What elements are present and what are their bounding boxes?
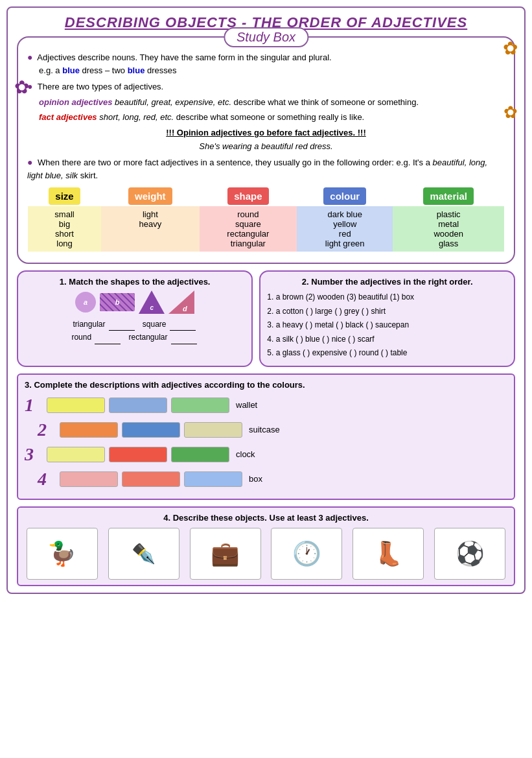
ex2-item-2: 2. a cotton ( ) large ( ) grey ( ) shirt bbox=[267, 305, 507, 319]
exercise-3-box: 3. Complete the descriptions with adject… bbox=[17, 373, 515, 500]
exercise-2-title: 2. Number the adjectives in the right or… bbox=[267, 277, 507, 287]
order-text: ● When there are two or more fact adject… bbox=[27, 156, 505, 182]
size-cell: smallbigshortlong bbox=[28, 206, 101, 252]
study-box: Study Box ✿ ✿ ✿ ● Adjectives describe no… bbox=[17, 36, 515, 264]
ball-icon: ⚽ bbox=[456, 540, 485, 567]
flower-right-bottom-icon: ✿ bbox=[503, 102, 518, 123]
svg-marker-0 bbox=[168, 290, 194, 314]
color-box-1b bbox=[109, 397, 167, 413]
rule-example: She's wearing a beautiful red dress. bbox=[27, 140, 505, 153]
study-bullet-2: ● There are two types of adjectives. bbox=[27, 80, 505, 93]
color-box-3c bbox=[171, 447, 229, 462]
shape-cell: roundsquarerectangulartriangular bbox=[200, 206, 297, 252]
object-boot: 👢 bbox=[353, 528, 424, 580]
ex2-item-5: 5. a glass ( ) expensive ( ) round ( ) t… bbox=[267, 346, 507, 361]
row-num-2: 2 bbox=[38, 420, 56, 440]
colour-cell: dark blueyellowredlight green bbox=[297, 206, 393, 252]
pen-icon: ✒️ bbox=[132, 542, 156, 565]
weight-cell: lightheavy bbox=[101, 206, 199, 252]
color-row-2: 2 suitcase bbox=[25, 420, 507, 440]
square-label: square bbox=[143, 320, 167, 329]
bullet-icon-1: ● bbox=[27, 52, 32, 62]
material-label: material bbox=[423, 187, 474, 205]
study-box-content: ● Adjectives describe nouns. They have t… bbox=[27, 51, 505, 252]
circle-shape: a bbox=[75, 292, 96, 313]
color-box-4b bbox=[122, 471, 180, 487]
triangle-shape: c bbox=[139, 290, 165, 314]
example-blue-word-2: blue bbox=[128, 65, 145, 75]
row-word-1: wallet bbox=[236, 400, 257, 410]
row-word-4: box bbox=[249, 474, 262, 484]
rect-dotted-shape: b bbox=[100, 293, 135, 311]
shape-a: a bbox=[75, 292, 96, 313]
shape-b: b bbox=[100, 293, 135, 311]
round-label: round bbox=[71, 333, 91, 342]
exercise-2-box: 2. Number the adjectives in the right or… bbox=[259, 270, 515, 367]
duck-icon: 🦆 bbox=[47, 540, 76, 567]
material-cell: plasticmetalwoodenglass bbox=[393, 206, 504, 252]
weight-label: weight bbox=[128, 187, 172, 205]
color-box-2b bbox=[122, 422, 180, 438]
example-blue-word: blue bbox=[62, 65, 80, 75]
shape-label: shape bbox=[227, 187, 268, 205]
study-box-title: Study Box bbox=[224, 27, 308, 47]
briefcase-icon: 💼 bbox=[211, 540, 240, 567]
color-row-1: 1 wallet bbox=[25, 395, 507, 416]
exercise-1-title: 1. Match the shapes to the adjectives. bbox=[25, 277, 245, 287]
row-word-3: clock bbox=[236, 449, 255, 459]
bullet-icon-2: ● bbox=[27, 81, 32, 91]
flower-right-top-icon: ✿ bbox=[503, 38, 518, 59]
object-briefcase: 💼 bbox=[190, 528, 261, 580]
blank-rectangular[interactable] bbox=[171, 344, 197, 344]
header-material: material bbox=[393, 187, 504, 206]
row-num-1: 1 bbox=[25, 395, 43, 416]
exercise-4-box: 4. Describe these objects. Use at least … bbox=[17, 506, 515, 586]
header-colour: colour bbox=[297, 187, 393, 206]
blank-square[interactable] bbox=[170, 330, 196, 331]
color-box-4c bbox=[184, 471, 242, 487]
color-box-3a bbox=[47, 447, 105, 462]
ex2-item-1: 1. a brown (2) wooden (3) beautiful (1) … bbox=[267, 290, 507, 305]
right-triangle-svg: d bbox=[168, 290, 194, 314]
shape-blanks: triangular square round rectangular bbox=[25, 318, 245, 344]
color-box-1c bbox=[171, 397, 229, 413]
object-ball: ⚽ bbox=[434, 528, 505, 580]
blank-round[interactable] bbox=[95, 344, 121, 344]
exercise-2-list: 1. a brown (2) wooden (3) beautiful (1) … bbox=[267, 290, 507, 361]
row-word-2: suitcase bbox=[249, 425, 280, 434]
row-num-3: 3 bbox=[25, 444, 43, 465]
shape-a-label: a bbox=[84, 298, 87, 306]
color-box-2a bbox=[60, 422, 118, 438]
header-shape: shape bbox=[200, 187, 297, 206]
opinion-label: opinion adjectives bbox=[39, 97, 112, 107]
fact-examples: short, long, red, etc. bbox=[99, 112, 174, 122]
boot-icon: 👢 bbox=[374, 540, 403, 567]
clock-icon: 🕐 bbox=[292, 540, 321, 567]
rule-text: !!! Opinion adjectives go before fact ad… bbox=[27, 126, 505, 139]
row-num-4: 4 bbox=[38, 469, 56, 490]
fact-label: fact adjectives bbox=[39, 112, 97, 122]
order-example: beautiful, long, light blue, silk bbox=[27, 158, 487, 180]
svg-text:d: d bbox=[183, 305, 187, 313]
exercises-row: 1. Match the shapes to the adjectives. a… bbox=[17, 270, 515, 367]
right-triangle-shape: d bbox=[168, 290, 194, 314]
exercise-3-title: 3. Complete the descriptions with adject… bbox=[25, 380, 507, 390]
exercise-4-title: 4. Describe these objects. Use at least … bbox=[25, 513, 507, 523]
exercise-1-box: 1. Match the shapes to the adjectives. a… bbox=[17, 270, 253, 367]
object-clock: 🕐 bbox=[271, 528, 342, 580]
object-duck: 🦆 bbox=[27, 528, 98, 580]
opinion-examples: beautiful, great, expensive, etc. bbox=[115, 97, 231, 107]
shape-b-label: b bbox=[115, 298, 120, 306]
shapes-display: a b c bbox=[25, 290, 245, 314]
blank-triangular[interactable] bbox=[109, 330, 135, 331]
opinion-adjectives-text: opinion adjectives beautiful, great, exp… bbox=[39, 96, 505, 109]
study-bullet-1: ● Adjectives describe nouns. They have t… bbox=[27, 51, 505, 77]
color-box-1a bbox=[47, 397, 105, 413]
color-row-4: 4 box bbox=[25, 469, 507, 490]
color-box-4a bbox=[60, 471, 118, 487]
color-box-3b bbox=[109, 447, 167, 462]
header-size: size bbox=[28, 187, 101, 206]
rectangular-label: rectangular bbox=[129, 333, 168, 342]
bullet-icon-3: ● bbox=[27, 157, 32, 167]
ex2-item-4: 4. a silk ( ) blue ( ) nice ( ) scarf bbox=[267, 333, 507, 347]
